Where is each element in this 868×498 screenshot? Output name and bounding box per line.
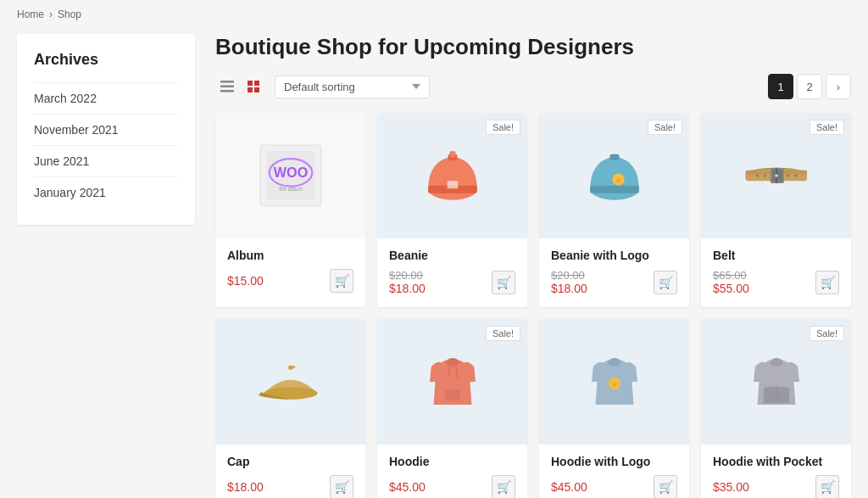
product-image-hoodie: Sale!: [377, 319, 527, 445]
product-card-album[interactable]: WOO the album Album $15.00 🛒: [215, 113, 365, 307]
sidebar-item-jan-2021[interactable]: January 2021: [34, 176, 178, 208]
product-name-album: Album: [227, 249, 353, 262]
svg-rect-15: [449, 151, 455, 157]
breadcrumb-sep1: ›: [49, 8, 53, 20]
breadcrumb-home[interactable]: Home: [17, 8, 44, 20]
svg-rect-19: [609, 154, 619, 160]
svg-text:the album: the album: [279, 186, 303, 192]
toolbar: Default sorting Sort by popularity Sort …: [215, 74, 851, 99]
main-content: Boutique Shop for Upcoming Designers: [215, 34, 851, 498]
svg-rect-18: [590, 186, 639, 193]
add-to-cart-hoodie[interactable]: 🛒: [492, 475, 515, 498]
add-to-cart-hoodie-logo[interactable]: 🛒: [654, 475, 677, 498]
svg-rect-6: [254, 87, 259, 92]
hoodie-pocket-svg: [738, 344, 815, 420]
svg-point-31: [793, 174, 797, 177]
products-grid: WOO the album Album $15.00 🛒: [215, 113, 851, 498]
page-next-button[interactable]: ›: [826, 74, 851, 99]
svg-rect-33: [288, 366, 292, 370]
breadcrumb-shop[interactable]: Shop: [58, 8, 81, 20]
add-to-cart-album[interactable]: 🛒: [330, 269, 353, 293]
product-price-hoodie-pocket: $35.00: [713, 480, 749, 494]
product-card-cap[interactable]: Cap $18.00 🛒: [215, 319, 365, 498]
product-image-hoodie-logo: ☺: [539, 319, 689, 445]
product-name-beanie: Beanie: [389, 249, 515, 262]
add-to-cart-hoodie-pocket[interactable]: 🛒: [815, 475, 839, 498]
svg-text:WOO: WOO: [273, 165, 307, 180]
svg-rect-35: [445, 389, 460, 401]
add-to-cart-beanie-logo[interactable]: 🛒: [654, 271, 677, 294]
sale-badge-beanie-logo: Sale!: [648, 120, 682, 135]
sidebar-item-nov-2021[interactable]: November 2021: [34, 114, 178, 145]
page-title: Boutique Shop for Upcoming Designers: [215, 34, 851, 60]
view-toggle: [215, 75, 266, 98]
album-svg: WOO the album: [253, 137, 329, 214]
belt-svg: [738, 137, 815, 214]
svg-rect-16: [447, 181, 458, 188]
add-to-cart-belt[interactable]: 🛒: [815, 271, 839, 294]
product-image-hoodie-pocket: Sale!: [701, 319, 851, 445]
product-card-hoodie-pocket[interactable]: Sale!: [701, 319, 851, 498]
sale-badge-beanie: Sale!: [486, 120, 520, 135]
cap-svg: [253, 344, 329, 420]
svg-point-28: [755, 174, 759, 177]
product-price-cap: $18.00: [227, 480, 264, 494]
product-name-cap: Cap: [227, 455, 353, 468]
product-card-hoodie[interactable]: Sale!: [377, 319, 527, 498]
grid-view-button[interactable]: [242, 75, 266, 98]
list-view-button[interactable]: [215, 75, 239, 98]
sale-badge-belt: Sale!: [810, 120, 844, 135]
page-1-button[interactable]: 1: [768, 74, 793, 99]
list-icon: [220, 81, 234, 92]
beanie-svg: [415, 137, 491, 214]
product-price-beanie-logo: $18.00: [551, 282, 588, 295]
sidebar: Archives March 2022 November 2021 June 2…: [17, 34, 195, 498]
product-image-belt: Sale!: [701, 113, 851, 238]
sidebar-title: Archives: [34, 51, 178, 69]
svg-text:☺: ☺: [615, 176, 621, 184]
product-card-beanie-logo[interactable]: Sale! ☺ Beanie with Logo: [539, 113, 689, 307]
svg-text:☺: ☺: [610, 380, 617, 388]
product-card-belt[interactable]: Sale!: [701, 113, 851, 307]
product-price-beanie: $18.00: [389, 282, 426, 295]
sale-badge-hoodie-pocket: Sale!: [810, 326, 844, 341]
svg-rect-0: [220, 81, 234, 83]
svg-point-29: [763, 174, 766, 177]
product-original-price-belt: $65.00: [713, 269, 747, 282]
hoodie-logo-svg: ☺: [576, 344, 653, 420]
product-image-beanie-logo: Sale! ☺: [539, 113, 689, 238]
page-2-button[interactable]: 2: [797, 74, 822, 99]
product-image-album: WOO the album: [215, 113, 365, 238]
product-card-beanie[interactable]: Sale! Beanie: [377, 113, 527, 307]
archives-list: March 2022 November 2021 June 2021 Janua…: [34, 82, 178, 208]
sort-select[interactable]: Default sorting Sort by popularity Sort …: [275, 76, 430, 98]
grid-icon: [248, 81, 261, 92]
add-to-cart-beanie[interactable]: 🛒: [492, 271, 515, 294]
product-price-album: $15.00: [227, 274, 264, 288]
sidebar-item-march-2022[interactable]: March 2022: [34, 82, 178, 114]
product-original-price-beanie-logo: $20.00: [551, 269, 585, 282]
svg-point-41: [770, 358, 782, 366]
pagination: 1 2 ›: [768, 74, 851, 99]
product-name-hoodie-pocket: Hoodie with Pocket: [713, 455, 839, 468]
product-original-price-beanie: $20.00: [389, 269, 423, 282]
sidebar-item-june-2021[interactable]: June 2021: [34, 145, 178, 176]
beanie-logo-svg: ☺: [576, 137, 653, 214]
svg-rect-2: [220, 90, 234, 92]
svg-point-30: [786, 174, 789, 177]
product-card-hoodie-logo[interactable]: ☺ Hoodie with Logo $45.00 🛒: [539, 319, 689, 498]
product-name-belt: Belt: [713, 249, 839, 262]
add-to-cart-cap[interactable]: 🛒: [330, 475, 353, 498]
svg-point-34: [446, 358, 458, 366]
svg-rect-1: [220, 86, 234, 88]
product-price-hoodie-logo: $45.00: [551, 480, 587, 494]
product-image-cap: [215, 319, 365, 445]
sale-badge-hoodie: Sale!: [486, 326, 520, 341]
svg-rect-4: [254, 81, 259, 86]
product-name-beanie-logo: Beanie with Logo: [551, 249, 677, 262]
product-price-hoodie: $45.00: [389, 480, 426, 494]
product-name-hoodie: Hoodie: [389, 455, 515, 468]
svg-point-38: [608, 358, 620, 366]
svg-rect-3: [248, 81, 253, 86]
svg-rect-5: [248, 87, 253, 92]
